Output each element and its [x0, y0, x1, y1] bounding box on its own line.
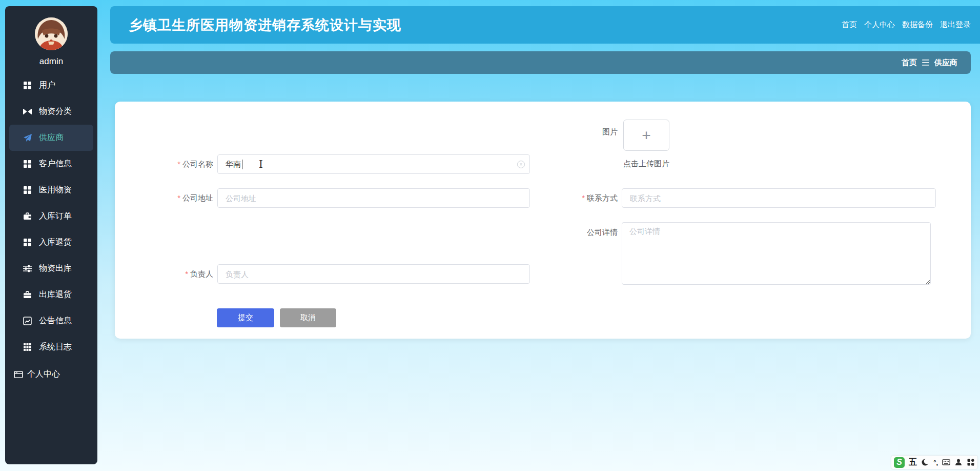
clear-input-icon[interactable]: × [517, 161, 525, 168]
topnav: 首页 个人中心 数据备份 退出登录 [842, 6, 971, 44]
grid-icon [23, 81, 32, 90]
avatar-illustration [35, 17, 68, 50]
breadcrumb-home[interactable]: 首页 [902, 58, 917, 68]
page-title: 乡镇卫生所医用物资进销存系统设计与实现 [129, 16, 401, 34]
bowtie-icon [23, 107, 32, 116]
sidebar-item-label: 物资出库 [39, 263, 72, 274]
person-icon[interactable] [954, 458, 963, 466]
manager-input[interactable] [217, 264, 530, 284]
image-upload-button[interactable]: + [623, 120, 669, 151]
company-detail-label-text: 公司详情 [587, 228, 618, 237]
keyboard-icon[interactable] [942, 458, 950, 466]
topnav-logout-link[interactable]: 退出登录 [940, 20, 971, 30]
manager-label-text: 负责人 [190, 269, 213, 278]
topnav-home-link[interactable]: 首页 [842, 20, 857, 30]
sidebar-item-supplier[interactable]: 供应商 [9, 125, 93, 151]
plus-icon: + [642, 127, 651, 144]
company-name-input[interactable] [217, 154, 530, 174]
sidebar-item-outbound-returns[interactable]: 出库退货 [5, 282, 97, 308]
sidebar-item-label: 公告信息 [39, 316, 72, 326]
sidebar-item-label: 出库退货 [39, 289, 72, 300]
ime-toolbar: S 五 °, [891, 456, 977, 469]
paper-plane-icon [23, 133, 32, 142]
manager-label: *负责人 [115, 269, 213, 279]
username: admin [5, 56, 97, 67]
contact-label-text: 联系方式 [587, 193, 618, 202]
sidebar-item-label: 供应商 [39, 132, 64, 143]
sidebar-item-label: 系统日志 [39, 342, 72, 352]
sidebar-menu: 用户 物资分类 供应商 客户信息 医用物资 入库订单 入库退货 物资出库 [5, 72, 97, 360]
contact-input[interactable] [622, 188, 936, 208]
sidebar: admin 用户 物资分类 供应商 客户信息 医用物资 入库订单 入库退货 [5, 6, 97, 464]
required-asterisk: * [177, 193, 180, 202]
grid9-icon [23, 343, 32, 351]
grid-icon [23, 186, 32, 194]
company-address-input[interactable] [217, 188, 530, 208]
sidebar-item-label: 个人中心 [27, 369, 60, 380]
required-asterisk: * [582, 193, 585, 202]
briefcase-icon [23, 290, 32, 299]
supplier-form-card: 图片 + 点击上传图片 *公司名称 I × *公司地址 *联系方式 公司详情 *… [115, 102, 971, 339]
sidebar-item-system-logs[interactable]: 系统日志 [5, 334, 97, 360]
image-label: 图片 [519, 127, 618, 136]
sidebar-item-material-outbound[interactable]: 物资出库 [5, 256, 97, 282]
sidebar-item-label: 入库订单 [39, 211, 72, 222]
ibeam-cursor: I [259, 159, 264, 170]
ime-logo[interactable]: S [894, 457, 905, 468]
topnav-data-backup-link[interactable]: 数据备份 [902, 20, 933, 30]
sidebar-item-label: 用户 [39, 80, 55, 91]
sidebar-item-label: 客户信息 [39, 159, 72, 169]
grid-icon [23, 238, 32, 247]
image-label-text: 图片 [602, 127, 618, 136]
company-name-label: *公司名称 [115, 159, 213, 169]
sidebar-item-users[interactable]: 用户 [5, 72, 97, 99]
topnav-personal-center-link[interactable]: 个人中心 [864, 20, 895, 30]
sidebar-item-inbound-returns[interactable]: 入库退货 [5, 229, 97, 256]
sidebar-item-personal-center[interactable]: 个人中心 [5, 361, 97, 387]
breadcrumb-current: 供应商 [934, 58, 957, 68]
company-name-label-text: 公司名称 [182, 160, 213, 168]
chart-icon [23, 317, 32, 325]
sidebar-item-announcements[interactable]: 公告信息 [5, 308, 97, 334]
header: 乡镇卫生所医用物资进销存系统设计与实现 首页 个人中心 数据备份 退出登录 [110, 6, 980, 44]
moon-icon[interactable] [921, 458, 929, 466]
company-detail-label: 公司详情 [519, 227, 618, 237]
contact-label: *联系方式 [519, 193, 618, 203]
cancel-button[interactable]: 取消 [280, 308, 336, 327]
sidebar-item-customer-info[interactable]: 客户信息 [5, 151, 97, 177]
avatar [35, 17, 68, 50]
text-caret [242, 160, 242, 169]
ime-punctuation-mode[interactable]: °, [933, 459, 938, 466]
submit-button[interactable]: 提交 [217, 308, 274, 327]
required-asterisk: * [177, 160, 180, 168]
briefcase-icon [23, 212, 32, 221]
company-address-label-text: 公司地址 [182, 193, 213, 202]
window-icon [14, 370, 23, 379]
breadcrumb: 首页 供应商 [110, 51, 971, 74]
company-address-label: *公司地址 [115, 193, 213, 203]
company-detail-textarea[interactable] [622, 222, 931, 285]
sidebar-item-label: 入库退货 [39, 237, 72, 248]
sidebar-item-label: 医用物资 [39, 185, 72, 195]
grid-icon [23, 160, 32, 168]
sidebar-item-medical-materials[interactable]: 医用物资 [5, 177, 97, 203]
required-asterisk: * [185, 269, 188, 278]
breadcrumb-separator-icon [922, 60, 929, 66]
toolbox-icon[interactable] [967, 458, 975, 466]
sidebar-item-material-category[interactable]: 物资分类 [5, 99, 97, 125]
ime-wubi-mode[interactable]: 五 [909, 457, 917, 468]
sidebar-item-inbound-orders[interactable]: 入库订单 [5, 203, 97, 229]
sliders-icon [23, 264, 32, 273]
upload-hint: 点击上传图片 [623, 159, 669, 169]
sidebar-item-label: 物资分类 [39, 106, 72, 117]
